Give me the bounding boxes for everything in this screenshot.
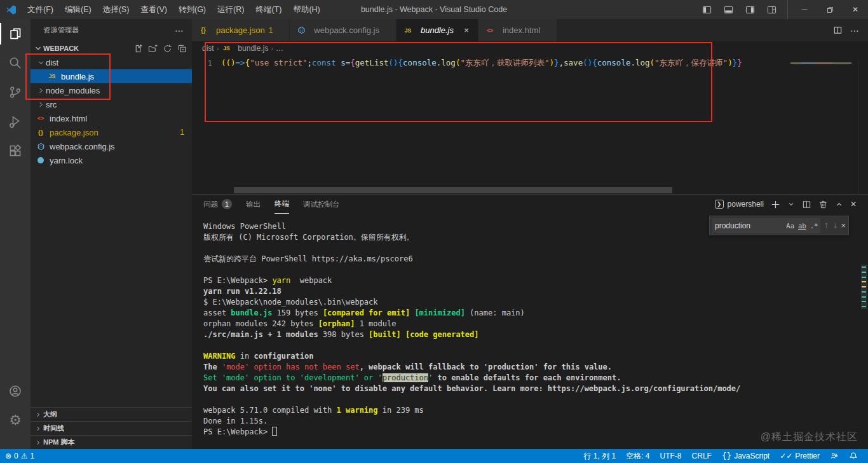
- tree-item-bundle-js[interactable]: JSbundle.js: [31, 69, 192, 83]
- terminal-line: PS E:\Webpack> yarn webpack: [203, 275, 839, 286]
- status-encoding[interactable]: UTF-8: [655, 449, 687, 463]
- split-terminal-icon[interactable]: [802, 200, 811, 209]
- maximize-panel-icon[interactable]: [835, 200, 843, 209]
- menu-file[interactable]: 文件(F): [22, 0, 59, 19]
- tree-item-package-json[interactable]: {}package.json1: [31, 125, 192, 139]
- close-panel-icon[interactable]: ✕: [850, 200, 857, 209]
- toggle-sidebar-icon[interactable]: [697, 0, 716, 19]
- new-folder-icon[interactable]: [148, 44, 158, 53]
- javascript-file-icon: JS: [47, 73, 57, 79]
- find-next-icon[interactable]: ↓: [832, 221, 838, 230]
- regex-icon[interactable]: .*: [810, 222, 818, 230]
- webpack-file-icon: [296, 26, 306, 34]
- tree-item-index-html[interactable]: <>index.html: [31, 111, 192, 125]
- breadcrumb[interactable]: dist›JSbundle.js›…: [192, 41, 868, 55]
- split-editor-icon[interactable]: [833, 25, 843, 35]
- status-language-mode[interactable]: {}JavaScript: [717, 449, 775, 463]
- tab-webpack-config-js[interactable]: webpack.config.js: [290, 19, 397, 41]
- find-input[interactable]: production Aa ab .*: [712, 218, 820, 233]
- match-case-icon[interactable]: Aa: [786, 222, 794, 230]
- explorer-more-actions-icon[interactable]: ⋯: [175, 25, 184, 36]
- refresh-icon[interactable]: [163, 44, 172, 53]
- toggle-secondary-sidebar-icon[interactable]: [740, 0, 759, 19]
- terminal-text: Windows PowerShell: [203, 222, 286, 231]
- tab-index-html[interactable]: <>index.html: [478, 19, 557, 41]
- tree-item-src[interactable]: src: [31, 97, 192, 111]
- panel-tab-1[interactable]: 输出: [246, 195, 261, 214]
- terminal-text: , webpack will fallback to 'production' …: [360, 363, 612, 371]
- restore-button[interactable]: [817, 0, 843, 19]
- status-formatter[interactable]: ✓✓Prettier: [775, 449, 825, 463]
- tab-bundle-js[interactable]: JSbundle.js×: [397, 19, 478, 41]
- activity-run-debug-icon[interactable]: [0, 107, 31, 136]
- tree-item-dist[interactable]: dist: [31, 55, 192, 69]
- workspace-section-header[interactable]: WEBPACK: [31, 41, 192, 55]
- tree-item-label: index.html: [50, 114, 87, 123]
- terminal-text: Set 'mode' option to 'development' or ': [203, 373, 383, 382]
- activity-settings-icon[interactable]: ⚙: [0, 406, 31, 435]
- breadcrumb-item[interactable]: …: [276, 44, 283, 53]
- menu-edit[interactable]: 编辑(E): [59, 0, 97, 19]
- kill-terminal-icon[interactable]: [818, 200, 828, 209]
- panel-tab-label: 终端: [275, 199, 289, 209]
- problem-count-badge: 1: [180, 128, 184, 137]
- find-query[interactable]: production: [715, 221, 782, 230]
- status-indentation[interactable]: 空格: 4: [621, 449, 654, 463]
- panel-tab-2[interactable]: 终端: [275, 195, 289, 214]
- breadcrumb-item[interactable]: bundle.js: [238, 44, 268, 53]
- activity-source-control-icon[interactable]: [0, 78, 31, 107]
- whole-word-icon[interactable]: ab: [798, 222, 806, 230]
- minimize-button[interactable]: ─: [792, 0, 817, 19]
- menu-terminal[interactable]: 终端(T): [250, 0, 287, 19]
- sidebar-section-1[interactable]: 时间线: [31, 421, 192, 435]
- close-window-button[interactable]: ✕: [843, 0, 868, 19]
- sidebar-section-0[interactable]: 大纲: [31, 407, 192, 421]
- terminal-output[interactable]: Windows PowerShell版权所有 (C) Microsoft Cor…: [203, 221, 839, 438]
- menu-view[interactable]: 查看(V): [135, 0, 173, 19]
- code-token: {: [398, 58, 403, 67]
- panel-tab-3[interactable]: 调试控制台: [303, 195, 340, 214]
- toggle-panel-icon[interactable]: [719, 0, 738, 19]
- code-token: (: [650, 58, 655, 67]
- activity-explorer-icon[interactable]: [0, 19, 31, 48]
- terminal-line: orphan modules 242 bytes [orphan] 1 modu…: [203, 319, 839, 329]
- terminal-text: in: [236, 352, 254, 361]
- launch-profile-chevron-icon[interactable]: [787, 200, 795, 208]
- shell-selector[interactable]: ❯ powershell: [715, 200, 764, 209]
- collapse-folders-icon[interactable]: [177, 44, 187, 53]
- tree-item-yarn-lock[interactable]: yarn.lock: [31, 153, 192, 167]
- minimap[interactable]: [788, 60, 859, 203]
- activity-search-icon[interactable]: [0, 48, 31, 78]
- status-eol[interactable]: CRLF: [687, 449, 717, 463]
- menu-selection[interactable]: 选择(S): [97, 0, 135, 19]
- new-terminal-icon[interactable]: [771, 200, 780, 209]
- panel-tab-0[interactable]: 问题1: [203, 195, 232, 214]
- breadcrumb-item[interactable]: dist: [202, 44, 214, 53]
- activity-account-icon[interactable]: [0, 377, 31, 406]
- status-feedback[interactable]: [825, 449, 844, 463]
- menu-run[interactable]: 运行(R): [212, 0, 250, 19]
- tree-item-webpack-config-js[interactable]: webpack.config.js: [31, 139, 192, 153]
- editor-more-actions-icon[interactable]: ⋯: [850, 25, 859, 36]
- tab-package-json[interactable]: {}package.json1: [192, 19, 290, 41]
- close-tab-icon[interactable]: ×: [461, 25, 471, 35]
- status-notifications[interactable]: [844, 449, 863, 463]
- find-previous-icon[interactable]: ↑: [823, 221, 829, 230]
- menu-help[interactable]: 帮助(H): [287, 0, 325, 19]
- close-find-icon[interactable]: ×: [841, 221, 846, 230]
- problems-indicator[interactable]: ⊗ 0 ⚠ 1: [0, 449, 39, 463]
- activity-extensions-icon[interactable]: [0, 136, 31, 165]
- tree-item-label: webpack.config.js: [50, 142, 115, 151]
- sidebar-section-2[interactable]: NPM 脚本: [31, 435, 192, 449]
- tree-item-node-modules[interactable]: node_modules: [31, 83, 192, 97]
- tree-item-label: package.json: [50, 128, 98, 137]
- new-file-icon[interactable]: [133, 44, 143, 53]
- terminal-scrollbar[interactable]: [861, 265, 867, 309]
- customize-layout-icon[interactable]: [762, 0, 781, 19]
- editor-horizontal-scrollbar[interactable]: [234, 187, 672, 193]
- code-editor[interactable]: 1 (()=>{"use strict";const s={getList(){…: [192, 57, 868, 196]
- status-cursor-position[interactable]: 行 1, 列 1: [579, 449, 621, 463]
- terminal-text: webpack 5.71.0 compiled with: [203, 406, 337, 415]
- code-token: ): [728, 58, 733, 67]
- menu-go[interactable]: 转到(G): [173, 0, 212, 19]
